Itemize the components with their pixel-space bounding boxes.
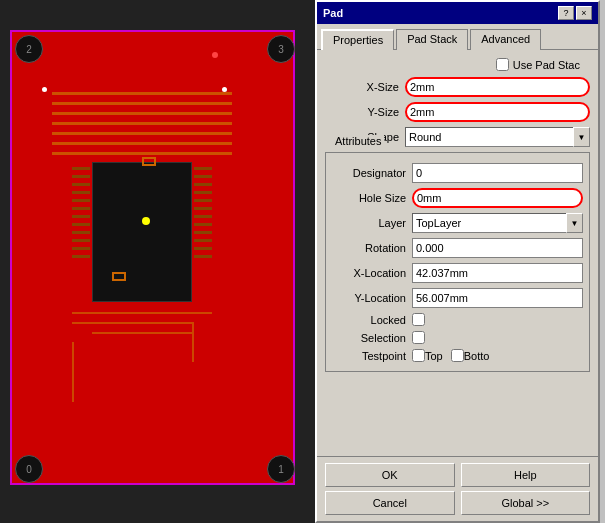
tab-properties[interactable]: Properties — [321, 29, 394, 50]
ok-button[interactable]: OK — [325, 463, 455, 487]
tab-padstack[interactable]: Pad Stack — [396, 29, 468, 50]
designator-label: Designator — [332, 167, 412, 179]
use-padstack-row: Use Pad Stac — [325, 58, 590, 71]
ylocation-label: Y-Location — [332, 292, 412, 304]
xlocation-label: X-Location — [332, 267, 412, 279]
pad-dialog: Pad ? × Properties Pad Stack Advanced Us… — [315, 0, 600, 523]
cancel-button[interactable]: Cancel — [325, 491, 455, 515]
pcb-board — [10, 30, 295, 485]
dialog-title: Pad — [323, 7, 343, 19]
btn-row-2: Cancel Global >> — [325, 491, 590, 515]
pcb-canvas: 2 3 0 1 — [0, 0, 315, 523]
ylocation-input[interactable] — [412, 288, 583, 308]
tab-advanced[interactable]: Advanced — [470, 29, 541, 50]
testpoint-row: Testpoint Top Botto — [332, 349, 583, 362]
global-button[interactable]: Global >> — [461, 491, 591, 515]
rotation-row: Rotation — [332, 238, 583, 258]
layer-row: Layer ▼ — [332, 213, 583, 233]
rotation-label: Rotation — [332, 242, 412, 254]
corner-1: 1 — [267, 455, 295, 483]
ysize-label: Y-Size — [325, 106, 405, 118]
attributes-title: Attributes — [332, 135, 384, 147]
locked-checkbox[interactable] — [412, 313, 425, 326]
holesize-row: Hole Size — [332, 188, 583, 208]
selection-row: Selection — [332, 331, 583, 344]
testpoint-top-checkbox[interactable] — [412, 349, 425, 362]
corner-3: 3 — [267, 35, 295, 63]
holesize-input[interactable] — [412, 188, 583, 208]
shape-dropdown[interactable]: ▼ — [405, 127, 590, 147]
locked-label: Locked — [332, 314, 412, 326]
locked-row: Locked — [332, 313, 583, 326]
selection-checkbox[interactable] — [412, 331, 425, 344]
layer-input[interactable] — [412, 213, 566, 233]
ysize-row: Y-Size — [325, 102, 590, 122]
ysize-input[interactable] — [405, 102, 590, 122]
dialog-content: Use Pad Stac X-Size Y-Size Shape ▼ — [317, 50, 598, 456]
testpoint-botto-label: Botto — [464, 350, 490, 362]
xlocation-input[interactable] — [412, 263, 583, 283]
layer-dropdown-btn[interactable]: ▼ — [566, 213, 583, 233]
xsize-input[interactable] — [405, 77, 590, 97]
use-padstack-label: Use Pad Stac — [513, 59, 580, 71]
corner-0: 0 — [15, 455, 43, 483]
use-padstack-checkbox[interactable] — [496, 58, 509, 71]
shape-input[interactable] — [405, 127, 573, 147]
corner-2: 2 — [15, 35, 43, 63]
testpoint-botto-checkbox[interactable] — [451, 349, 464, 362]
xsize-label: X-Size — [325, 81, 405, 93]
shape-dropdown-btn[interactable]: ▼ — [573, 127, 590, 147]
title-buttons: ? × — [558, 6, 592, 20]
testpoint-top-label: Top — [425, 350, 443, 362]
tabs: Properties Pad Stack Advanced — [317, 24, 598, 50]
rotation-input[interactable] — [412, 238, 583, 258]
designator-row: Designator — [332, 163, 583, 183]
selection-label: Selection — [332, 332, 412, 344]
holesize-label: Hole Size — [332, 192, 412, 204]
attributes-group: Attributes Designator Hole Size Layer ▼ — [325, 152, 590, 372]
help-button-bottom[interactable]: Help — [461, 463, 591, 487]
xsize-row: X-Size — [325, 77, 590, 97]
dialog-titlebar: Pad ? × — [317, 2, 598, 24]
layer-dropdown[interactable]: ▼ — [412, 213, 583, 233]
ylocation-row: Y-Location — [332, 288, 583, 308]
xlocation-row: X-Location — [332, 263, 583, 283]
btn-row-1: OK Help — [325, 463, 590, 487]
button-area: OK Help Cancel Global >> — [317, 456, 598, 521]
close-button[interactable]: × — [576, 6, 592, 20]
designator-input[interactable] — [412, 163, 583, 183]
help-button[interactable]: ? — [558, 6, 574, 20]
testpoint-label: Testpoint — [332, 350, 412, 362]
layer-label: Layer — [332, 217, 412, 229]
